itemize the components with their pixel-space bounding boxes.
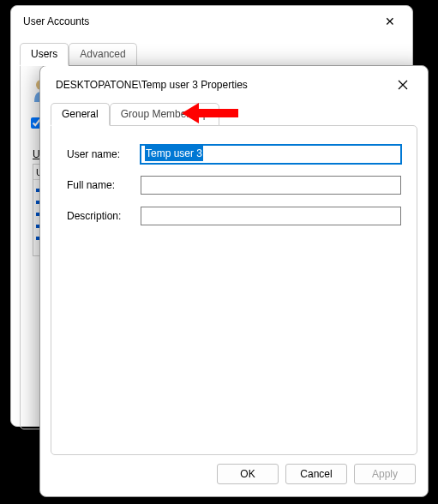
tab-general[interactable]: General <box>51 103 110 126</box>
dialog-title: DESKTOPATONE\Temp user 3 Properties <box>56 79 248 91</box>
fw-titlebar: DESKTOPATONE\Temp user 3 Properties <box>40 66 428 102</box>
close-icon <box>398 80 408 90</box>
close-button[interactable] <box>388 75 417 95</box>
ok-button[interactable]: OK <box>217 464 279 484</box>
tab-group-membership[interactable]: Group Membership <box>110 103 220 126</box>
fullname-field[interactable] <box>141 176 401 195</box>
cancel-button[interactable]: Cancel <box>285 464 347 484</box>
row-username: User name: Temp user 3 <box>67 145 401 164</box>
row-fullname: Full name: <box>67 176 401 195</box>
user-properties-dialog: DESKTOPATONE\Temp user 3 Properties Gene… <box>39 65 429 497</box>
dialog-buttons: OK Cancel Apply <box>40 455 428 496</box>
label-fullname: Full name: <box>67 179 141 191</box>
fw-tabbar: General Group Membership <box>40 102 428 125</box>
username-value: Temp user 3 <box>145 146 203 161</box>
bg-titlebar: User Accounts ✕ <box>11 6 412 37</box>
tab-users[interactable]: Users <box>20 43 69 66</box>
apply-button[interactable]: Apply <box>354 464 416 484</box>
row-description: Description: <box>67 207 401 225</box>
tab-advanced[interactable]: Advanced <box>69 43 136 66</box>
bg-tabbar: Users Advanced <box>11 42 412 65</box>
general-panel: User name: Temp user 3 Full name: Descri… <box>51 125 417 455</box>
bg-window-title: User Accounts <box>23 15 89 27</box>
label-description: Description: <box>67 210 141 222</box>
username-field[interactable]: Temp user 3 <box>141 145 401 164</box>
description-field[interactable] <box>141 207 401 225</box>
close-icon[interactable]: ✕ <box>380 15 400 28</box>
label-username: User name: <box>67 148 141 160</box>
